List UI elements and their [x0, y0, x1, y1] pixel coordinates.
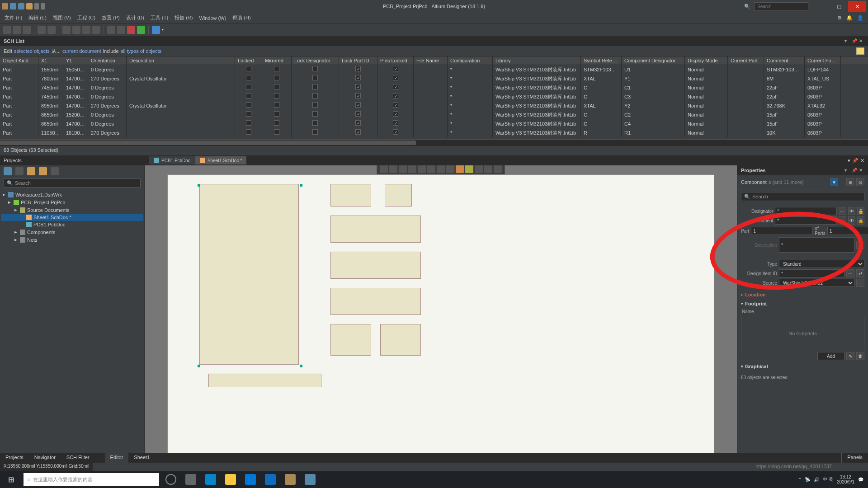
projects-search[interactable]: 🔍 Search	[4, 178, 141, 188]
delete-footprint[interactable]: 🗑	[856, 352, 864, 360]
tb-new[interactable]	[3, 26, 11, 34]
save-icon[interactable]	[10, 3, 16, 9]
task-view[interactable]	[185, 474, 196, 485]
designator-lock[interactable]: 🔒	[857, 207, 864, 215]
project-tree[interactable]: ▸Workspace1.DsnWrk▸PCB_Project.PrjPcb▸So…	[0, 189, 144, 463]
open-icon[interactable]	[26, 3, 33, 9]
desc-more[interactable]: ⋯	[856, 241, 864, 249]
ft-text[interactable]	[484, 165, 492, 173]
comment-more[interactable]: ⋯	[839, 216, 846, 225]
tray-vol[interactable]: 🔊	[814, 477, 819, 482]
filter-link-selected[interactable]: selected objects	[14, 48, 50, 54]
task-edge[interactable]	[205, 474, 216, 485]
designator-eye[interactable]: 👁	[848, 207, 855, 215]
sch-list-grid[interactable]: Object Kind X1 Y1 Orientation Descriptio…	[0, 56, 868, 145]
ofparts-input[interactable]	[827, 227, 868, 235]
type-select[interactable]: Standard	[779, 260, 864, 268]
settings-icon[interactable]: ⚙	[837, 15, 842, 21]
tree-item[interactable]: PCB1.PcbDoc	[1, 221, 143, 228]
user-icon[interactable]: 👤	[857, 15, 863, 21]
table-row[interactable]: Part11050mil16100mil270 Degrees*WarShip …	[0, 128, 868, 137]
block-c[interactable]	[330, 216, 421, 243]
location-section[interactable]: Location	[737, 292, 868, 297]
filter-link-types[interactable]: all types of objects	[121, 48, 162, 54]
tab-sheet1[interactable]: Sheet1	[128, 453, 155, 463]
table-row[interactable]: Part8650mil14700mil0 Degrees*WarShip V3 …	[0, 119, 868, 128]
menu-report[interactable]: 报告 (R)	[175, 14, 193, 21]
tree-item[interactable]: Sheet1.SchDoc *	[1, 214, 143, 221]
tb-edit[interactable]	[152, 26, 160, 34]
block-h[interactable]	[208, 374, 321, 387]
proj-folder[interactable]	[27, 167, 35, 175]
tb-copy[interactable]	[72, 26, 80, 34]
menu-window[interactable]: Window (W)	[199, 15, 226, 21]
source-more[interactable]: ⋯	[856, 279, 864, 287]
tree-item[interactable]: ▸Nets	[1, 236, 143, 244]
ft-add[interactable]	[389, 165, 397, 173]
graphical-section[interactable]: Graphical	[737, 362, 868, 371]
tb-save[interactable]	[23, 26, 31, 34]
tb-undo[interactable]	[107, 26, 115, 34]
block-a[interactable]	[330, 184, 371, 206]
menu-place[interactable]: 放置 (P)	[102, 14, 120, 21]
block-f[interactable]	[330, 324, 371, 356]
save-all-icon[interactable]	[18, 3, 24, 9]
highlight-icon[interactable]	[856, 47, 864, 55]
grid-btn1[interactable]: ⊞	[846, 178, 854, 186]
tb-select[interactable]	[92, 26, 100, 34]
tree-item[interactable]: ▸Workspace1.DsnWrk	[1, 191, 143, 198]
block-b[interactable]	[385, 184, 412, 206]
tray-notifications[interactable]: 💬	[858, 477, 863, 482]
designator-more[interactable]: ⋯	[839, 207, 846, 215]
tb-paste[interactable]	[82, 26, 90, 34]
task-cortana[interactable]	[165, 474, 176, 485]
ft-align-c[interactable]	[418, 165, 426, 173]
table-row[interactable]: Part8950mil14700mil270 DegreesCrystal Os…	[0, 101, 868, 110]
global-search-input[interactable]	[754, 2, 808, 10]
props-dropdown[interactable]: ▾	[844, 168, 850, 173]
filter-btn[interactable]: ▼	[830, 178, 838, 186]
edit-footprint[interactable]: ✎	[846, 352, 854, 360]
tab-schfilter[interactable]: SCH Filter	[61, 453, 95, 463]
ft-font[interactable]	[475, 165, 483, 173]
ft-watch[interactable]	[456, 165, 464, 173]
block-e[interactable]	[330, 288, 421, 315]
projects-pin[interactable]: 📌	[852, 158, 859, 164]
footprint-section[interactable]: Footprint	[737, 301, 868, 306]
tray-net[interactable]: 📡	[805, 477, 810, 482]
tree-item[interactable]: ▸Components	[1, 228, 143, 236]
table-row[interactable]: Part8650mil15200mil0 Degrees*WarShip V3 …	[0, 110, 868, 119]
ft-flip[interactable]	[437, 165, 445, 173]
proj-settings[interactable]	[51, 167, 59, 175]
part-input[interactable]	[751, 227, 813, 235]
ft-filter[interactable]	[380, 165, 388, 173]
windows-search[interactable]: ○在这里输入你要搜索的内容	[24, 473, 159, 486]
undo-icon[interactable]	[34, 3, 39, 9]
redo-icon[interactable]	[41, 3, 45, 9]
menu-edit[interactable]: 编辑 (E)	[28, 14, 47, 21]
filter-link-document[interactable]: current document	[62, 48, 101, 54]
comment-eye[interactable]: 👁	[848, 216, 855, 225]
system-tray[interactable]: ˄ 📡 🔊 中 英 13:12 2020/9/1 💬	[799, 474, 868, 484]
panel-dropdown[interactable]: ▾	[844, 38, 850, 44]
doc-tab-sch[interactable]: Sheet1.SchDoc *	[195, 156, 247, 164]
tree-item[interactable]: ▸PCB_Project.PrjPcb	[1, 198, 143, 206]
tb-open[interactable]	[13, 26, 21, 34]
task-app[interactable]	[305, 474, 316, 485]
proj-home[interactable]	[4, 167, 12, 175]
block-d[interactable]	[330, 252, 421, 279]
ft-rotate[interactable]	[446, 165, 454, 173]
menu-project[interactable]: 工程 (C)	[77, 14, 95, 21]
tray-up[interactable]: ˄	[799, 477, 801, 482]
tree-item[interactable]: ▸Source Documents	[1, 206, 143, 214]
minimize-button[interactable]: —	[812, 1, 830, 12]
panel-close[interactable]: ✕	[859, 38, 864, 44]
maximize-button[interactable]: ▢	[830, 1, 848, 12]
menu-file[interactable]: 文件 (F)	[5, 14, 22, 21]
grid-btn2[interactable]: ⊡	[856, 178, 864, 186]
tb-confirm[interactable]	[137, 26, 145, 34]
tray-ime[interactable]: 中 英	[823, 476, 833, 483]
menu-view[interactable]: 视图 (V)	[53, 14, 71, 21]
mcu-block[interactable]	[199, 184, 299, 365]
block-g[interactable]	[380, 324, 421, 356]
